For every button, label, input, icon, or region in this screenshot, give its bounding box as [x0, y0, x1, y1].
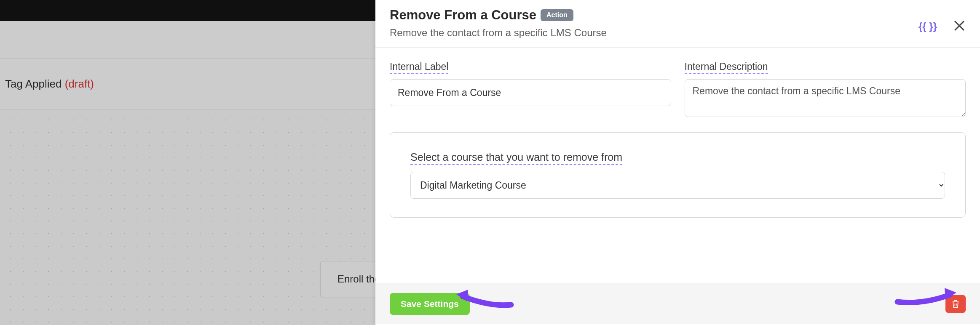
- internal-label-group: Internal Label: [390, 61, 671, 117]
- panel-title: Remove From a Course: [390, 8, 536, 23]
- settings-panel: Remove From a Course Action Remove the c…: [375, 0, 980, 325]
- panel-subtitle: Remove the contact from a specific LMS C…: [390, 27, 966, 39]
- course-select-box: Select a course that you want to remove …: [390, 132, 966, 218]
- header-controls: {{ }}: [918, 19, 966, 34]
- panel-footer: Save Settings: [375, 283, 980, 325]
- trash-icon: [951, 300, 960, 308]
- delete-button[interactable]: [945, 295, 966, 313]
- internal-description-label: Internal Description: [685, 61, 768, 74]
- internal-label-label: Internal Label: [390, 61, 448, 74]
- merge-tag-button[interactable]: {{ }}: [918, 21, 937, 32]
- save-button[interactable]: Save Settings: [390, 293, 470, 315]
- form-row-top: Internal Label Internal Description: [390, 61, 966, 117]
- course-select-dropdown[interactable]: Digital Marketing Course: [410, 172, 945, 199]
- close-button[interactable]: [953, 19, 966, 34]
- panel-body: Internal Label Internal Description Sele…: [375, 48, 980, 231]
- action-badge: Action: [541, 9, 573, 21]
- course-select-label: Select a course that you want to remove …: [410, 151, 622, 165]
- internal-description-group: Internal Description: [685, 61, 966, 117]
- panel-title-row: Remove From a Course Action: [390, 8, 966, 23]
- internal-description-textarea[interactable]: [685, 79, 966, 117]
- panel-header: Remove From a Course Action Remove the c…: [375, 0, 980, 48]
- internal-label-input[interactable]: [390, 79, 671, 106]
- close-icon: [953, 19, 966, 32]
